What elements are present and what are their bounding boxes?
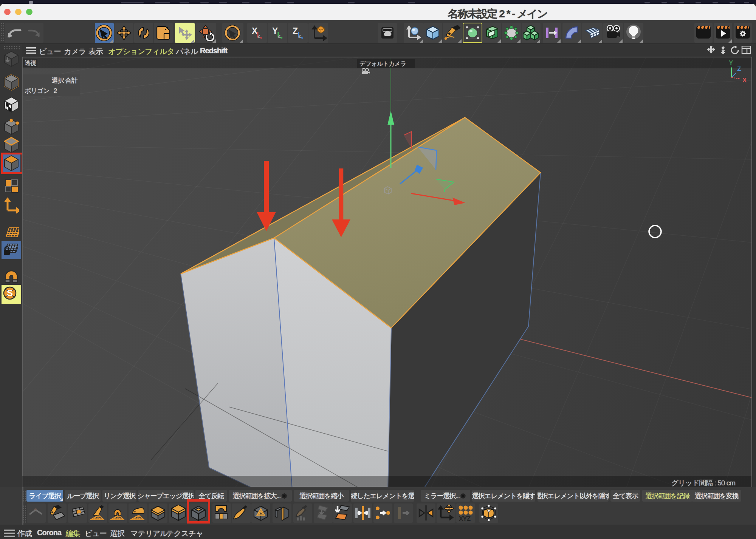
svg-text:Y: Y — [272, 26, 278, 36]
svg-text:XYZ: XYZ — [459, 515, 471, 521]
svg-text:S: S — [7, 288, 13, 298]
svg-text:X: X — [742, 77, 747, 84]
svg-text:Z: Z — [293, 26, 298, 36]
svg-text:X: X — [252, 26, 258, 36]
